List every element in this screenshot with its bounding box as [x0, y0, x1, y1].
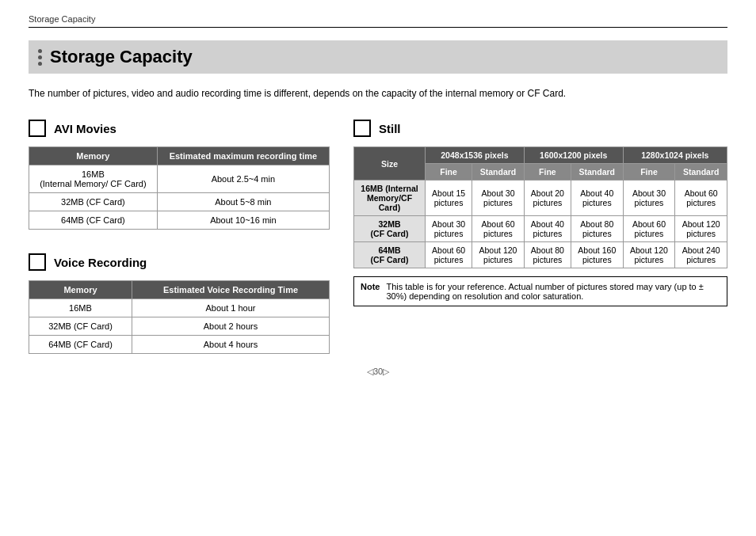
size-2048-header: 2048x1536 pixels	[426, 147, 525, 164]
still-cell: About 30pictures	[623, 181, 675, 216]
voice-icon	[29, 253, 46, 271]
table-row: 16MB (Internal Memory/CF Card)About 15pi…	[354, 181, 727, 216]
still-icon	[353, 120, 371, 137]
quality-fine-2: Fine	[524, 164, 571, 181]
page-dots	[38, 49, 42, 66]
right-column: Still Size 2048x1536 pixels 1600x1200 pi…	[353, 120, 727, 306]
dot2	[38, 55, 42, 59]
dot1	[38, 49, 42, 53]
page-number: ◁30▷	[29, 367, 727, 377]
still-cell: About 160pictures	[571, 242, 623, 268]
table-row: 16MBAbout 1 hour	[29, 299, 330, 317]
voice-row-time: About 2 hours	[132, 317, 329, 336]
dot3	[38, 62, 42, 66]
avi-row-time: About 5~8 min	[157, 193, 329, 211]
still-row-label: 64MB(CF Card)	[354, 242, 426, 268]
still-cell: About 120pictures	[472, 242, 525, 268]
avi-row-memory: 64MB (CF Card)	[29, 211, 158, 230]
still-cell: About 120pictures	[623, 242, 675, 268]
still-cell: About 15pictures	[426, 181, 472, 216]
avi-icon	[29, 120, 46, 137]
avi-section-header: AVI Movies	[29, 120, 330, 137]
still-row-label: 32MB(CF Card)	[354, 216, 426, 242]
table-row: 32MB (CF Card)About 5~8 min	[29, 193, 330, 211]
page-wrapper: Storage Capacity Storage Capacity The nu…	[0, 0, 756, 391]
avi-row-memory: 16MB (Internal Memory/ CF Card)	[29, 165, 158, 193]
still-cell: About 60pictures	[472, 216, 525, 242]
table-row: 64MB (CF Card)About 4 hours	[29, 336, 330, 354]
table-row: 32MB(CF Card)About 30picturesAbout 60pic…	[354, 216, 727, 242]
still-cell: About 40pictures	[524, 216, 571, 242]
voice-title: Voice Recording	[54, 256, 147, 269]
note-label: Note	[361, 282, 380, 291]
still-cell: About 60pictures	[675, 181, 727, 216]
still-cell: About 60pictures	[623, 216, 675, 242]
voice-row-memory: 64MB (CF Card)	[29, 336, 132, 354]
table-row: 64MB(CF Card)About 60picturesAbout 120pi…	[354, 242, 727, 268]
voice-table: Memory Estimated Voice Recording Time 16…	[29, 280, 330, 354]
avi-row-time: About 10~16 min	[157, 211, 329, 230]
still-cell: About 240pictures	[675, 242, 727, 268]
voice-section: Voice Recording Memory Estimated Voice R…	[29, 253, 330, 354]
still-cell: About 80pictures	[571, 216, 623, 242]
still-section: Still Size 2048x1536 pixels 1600x1200 pi…	[353, 120, 727, 306]
avi-col2-header: Estimated maximum recording time	[157, 147, 329, 165]
quality-fine-3: Fine	[623, 164, 675, 181]
avi-section: AVI Movies Memory Estimated maximum reco…	[29, 120, 330, 230]
still-row-label: 16MB (Internal Memory/CF Card)	[354, 181, 426, 216]
voice-section-header: Voice Recording	[29, 253, 330, 271]
still-cell: About 120pictures	[675, 216, 727, 242]
still-title: Still	[379, 122, 401, 135]
avi-title: AVI Movies	[54, 122, 116, 135]
still-cell: About 30pictures	[426, 216, 472, 242]
still-cell: About 20pictures	[524, 181, 571, 216]
avi-col1-header: Memory	[29, 147, 158, 165]
still-cell: About 40pictures	[571, 181, 623, 216]
size-1280-header: 1280x1024 pixels	[623, 147, 727, 164]
still-cell: About 30pictures	[472, 181, 525, 216]
voice-col1-header: Memory	[29, 281, 132, 299]
voice-row-time: About 4 hours	[132, 336, 329, 354]
intro-text: The number of pictures, video and audio …	[29, 86, 727, 101]
table-row: 16MB (Internal Memory/ CF Card)About 2.5…	[29, 165, 330, 193]
avi-row-time: About 2.5~4 min	[157, 165, 329, 193]
note-box: Note This table is for your reference. A…	[353, 276, 727, 306]
quality-standard-3: Standard	[675, 164, 727, 181]
left-column: AVI Movies Memory Estimated maximum reco…	[29, 120, 330, 354]
voice-col2-header: Estimated Voice Recording Time	[132, 281, 329, 299]
quality-standard-2: Standard	[571, 164, 623, 181]
table-row: 64MB (CF Card)About 10~16 min	[29, 211, 330, 230]
note-text: This table is for your reference. Actual…	[386, 282, 720, 301]
voice-row-time: About 1 hour	[132, 299, 329, 317]
still-cell: About 80pictures	[524, 242, 571, 268]
still-section-header: Still	[353, 120, 727, 137]
quality-fine-1: Fine	[426, 164, 472, 181]
voice-row-memory: 32MB (CF Card)	[29, 317, 132, 336]
breadcrumb: Storage Capacity	[29, 14, 727, 28]
quality-standard-1: Standard	[472, 164, 525, 181]
still-table-container: Size 2048x1536 pixels 1600x1200 pixels 1…	[353, 146, 727, 268]
avi-table: Memory Estimated maximum recording time …	[29, 146, 330, 230]
size-1600-header: 1600x1200 pixels	[524, 147, 623, 164]
size-header: Size	[354, 147, 426, 181]
two-column-layout: AVI Movies Memory Estimated maximum reco…	[29, 120, 727, 354]
table-row: 32MB (CF Card)About 2 hours	[29, 317, 330, 336]
still-cell: About 60pictures	[426, 242, 472, 268]
avi-row-memory: 32MB (CF Card)	[29, 193, 158, 211]
still-table: Size 2048x1536 pixels 1600x1200 pixels 1…	[353, 146, 727, 268]
page-title-bar: Storage Capacity	[29, 40, 727, 74]
page-title: Storage Capacity	[50, 47, 193, 67]
voice-row-memory: 16MB	[29, 299, 132, 317]
